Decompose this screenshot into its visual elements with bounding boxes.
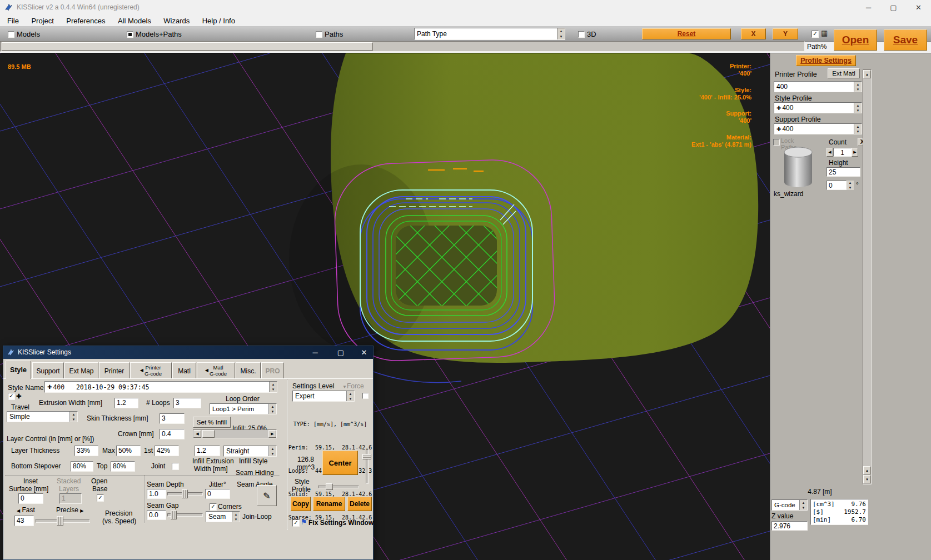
seam-angle-button[interactable]: ✎ [257,485,277,506]
model-thumbnail[interactable] [778,143,819,190]
layer-slider[interactable] [362,449,371,484]
layer-thickness-input[interactable]: 33% [74,446,98,456]
bottom-stepover-input[interactable]: 80% [71,461,93,472]
copy-button[interactable]: Copy [291,497,311,511]
printer-profile-spinner[interactable]: ▲ ▼ [854,82,862,92]
scroll-down-button[interactable]: ▼ [863,475,871,483]
printer-profile-dropdown[interactable]: 400 ▲ ▼ [774,81,862,92]
fix-settings-checkbox[interactable]: ✓ [292,519,300,527]
seam-spinner[interactable]: ▲ ▼ [232,512,240,522]
style-profile-spinner[interactable]: ▲ ▼ [854,103,862,113]
inset-surface-input[interactable]: 0 [18,493,43,504]
support-profile-dropdown[interactable]: ✚400 ▲ ▼ [774,123,862,134]
loop-order-spinner[interactable]: ▲ ▼ [268,404,276,414]
rotation-input[interactable]: 0 [827,181,847,190]
y-button[interactable]: Y [773,28,798,39]
infill-style-spinner[interactable]: ▲ ▼ [268,446,276,456]
first-input[interactable]: 42% [155,446,179,456]
dialog-minimize-button[interactable]: ─ [305,346,325,359]
jitter-input[interactable]: 0 [205,489,230,499]
loop-order-dropdown[interactable]: Loop1 > Perim ▲ ▼ [210,403,277,414]
count-increment-button[interactable]: ▶ [852,148,858,157]
close-button[interactable]: ✕ [906,0,931,15]
tab-support[interactable]: Support [32,362,64,379]
crown-input[interactable]: 0.4 [160,429,185,439]
tab-printer[interactable]: Printer [99,362,130,379]
infill-slider-thumb[interactable] [202,430,215,438]
gcode-dropdown[interactable]: G-code ▲ ▼ [771,499,808,511]
minimize-button[interactable]: ─ [856,0,881,15]
save-button[interactable]: Save [884,29,927,51]
seam-depth-slider-thumb[interactable] [182,489,188,498]
precision-input[interactable]: 43 [14,516,34,526]
paths-radio[interactable] [316,31,322,38]
seam-gap-slider[interactable] [167,510,203,520]
settings-level-spinner[interactable]: ▲ ▼ [346,391,354,401]
dialog-title-bar[interactable]: KISSlicer Settings ─ ▢ ✕ [3,346,373,359]
menu-project[interactable]: Project [26,15,58,27]
style-profile-dropdown[interactable]: ✚400 ▲ ▼ [774,102,862,113]
menu-preferences[interactable]: Preferences [61,15,110,27]
seam-depth-slider[interactable] [167,489,203,499]
num-loops-input[interactable]: 3 [173,398,201,408]
support-profile-spinner[interactable]: ▲ ▼ [854,124,862,134]
models-radio[interactable] [8,31,14,38]
extrusion-width-input[interactable]: 1.2 [114,398,138,408]
seam-gap-input[interactable]: 0.0 [147,510,166,520]
rotation-spinner[interactable]: ▲ ▼ [847,181,854,190]
menu-file[interactable]: File [2,15,24,27]
travel-spinner[interactable]: ▲ ▼ [69,412,77,422]
infill-slider-left[interactable]: ◀ [193,430,201,438]
open-button[interactable]: Open [834,29,877,51]
style-profile-mini-slider[interactable] [318,483,359,491]
menu-all-models[interactable]: All Models [113,15,156,27]
tab-matl[interactable]: Matl [172,362,196,379]
tab-printer-gcode[interactable]: ◀ PrinterG-code [130,362,172,379]
layer-slider-thumb[interactable] [362,454,371,459]
style-name-dropdown[interactable]: ✚ 400 2018-10-29 09:37:45 ▲ ▼ [44,381,277,393]
seam-dropdown[interactable]: Seam ▲ ▼ [206,511,240,522]
travel-dropdown[interactable]: Simple ▲ ▼ [7,411,78,422]
maximize-button[interactable]: ▢ [881,0,906,15]
settings-level-dropdown[interactable]: Expert ▲ ▼ [292,391,355,402]
menu-help-info[interactable]: Help / Info [197,15,240,27]
scroll-up-button-2[interactable]: ▲ [863,466,871,474]
tab-matl-gcode[interactable]: ◀ MatlG-code [197,362,235,379]
models-paths-radio[interactable] [127,31,133,38]
skin-thickness-input[interactable]: 3 [160,413,185,424]
path-pct-slider-thumb[interactable] [2,42,373,51]
z-value-input[interactable]: 2.976 [771,521,808,531]
path-pct-checkbox[interactable]: ✓ [811,31,819,38]
force-checkbox[interactable] [362,393,369,399]
tab-misc[interactable]: Misc. [236,362,261,379]
gcode-spinner[interactable]: ▲ ▼ [799,500,807,510]
seam-gap-slider-thumb[interactable] [171,511,177,519]
style-name-spinner[interactable]: ▲ ▼ [269,382,277,392]
profile-scrollbar[interactable]: ▲ ▲ ▼ [863,69,872,484]
count-decrement-button[interactable]: ◀ [827,148,833,157]
infill-style-dropdown[interactable]: Straight ▲ ▼ [223,446,277,457]
path-type-spinner[interactable]: ▲ ▼ [557,28,565,39]
infill-slider-right[interactable]: ▶ [268,430,276,438]
top-input[interactable]: 80% [111,461,135,472]
menu-wizards[interactable]: Wizards [158,15,195,27]
seam-depth-input[interactable]: 1.0 [147,489,166,499]
ext-matl-button[interactable]: Ext Matl [828,68,860,78]
set-infill-button[interactable]: Set % Infill [193,417,231,428]
scroll-up-button[interactable]: ▲ [863,70,871,78]
open-base-checkbox[interactable]: ✓ [97,494,104,502]
path-type-dropdown[interactable]: Path Type ▲ ▼ [414,28,565,40]
center-button[interactable]: Center [322,451,358,475]
path-pct-slider[interactable] [0,41,805,52]
max-input[interactable]: 50% [116,446,141,456]
dialog-close-button[interactable]: ✕ [355,346,373,359]
count-input[interactable]: 1 [833,148,852,157]
reset-button[interactable]: Reset [642,28,731,39]
infill-slider[interactable]: ◀ ▶ [193,429,277,438]
precision-slider[interactable] [36,516,90,526]
tab-ext-map[interactable]: Ext Map [64,362,98,379]
height-input[interactable]: 25 [827,167,860,177]
threed-checkbox[interactable] [578,31,585,38]
rename-button[interactable]: Rename [313,497,345,511]
x-button[interactable]: X [741,28,766,39]
